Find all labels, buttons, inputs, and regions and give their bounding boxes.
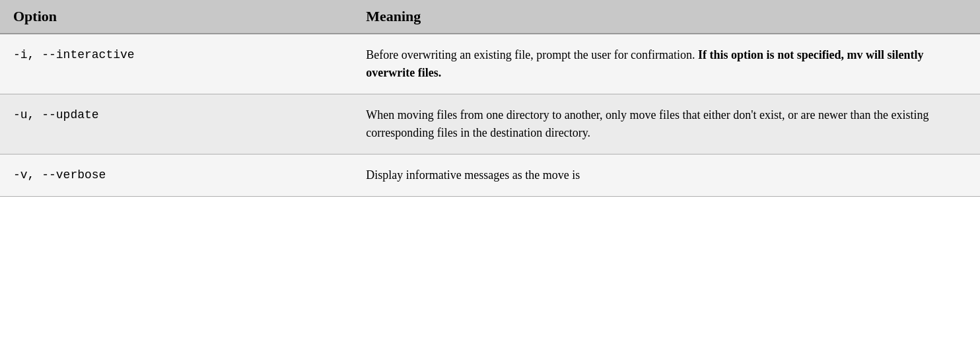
option-cell: -u, --update — [0, 94, 353, 154]
column-header-option: Option — [0, 0, 353, 34]
meaning-text-plain: Display informative messages as the move… — [366, 168, 580, 182]
table-header-row: Option Meaning — [0, 0, 980, 34]
meaning-cell: Before overwriting an existing file, pro… — [353, 34, 980, 94]
meaning-cell: When moving files from one directory to … — [353, 94, 980, 154]
options-table: Option Meaning -i, --interactive Before … — [0, 0, 980, 197]
option-value: -i, --interactive — [13, 48, 135, 61]
option-cell: -v, --verbose — [0, 154, 353, 197]
option-value: -v, --verbose — [13, 168, 106, 182]
meaning-text-plain: When moving files from one directory to … — [366, 108, 928, 139]
meaning-text-plain: Before overwriting an existing file, pro… — [366, 48, 695, 61]
meaning-cell: Display informative messages as the move… — [353, 154, 980, 197]
option-value: -u, --update — [13, 108, 99, 121]
table-row: -u, --update When moving files from one … — [0, 94, 980, 154]
option-cell: -i, --interactive — [0, 34, 353, 94]
table-row: -i, --interactive Before overwriting an … — [0, 34, 980, 94]
column-header-meaning: Meaning — [353, 0, 980, 34]
table-row: -v, --verbose Display informative messag… — [0, 154, 980, 197]
